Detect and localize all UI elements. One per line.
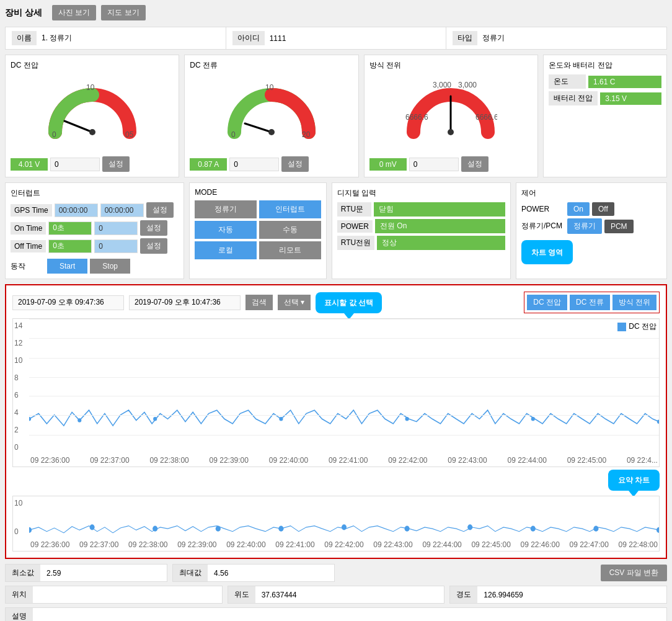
x-axis-summary: 09 22:36:00 09 22:37:00 09 22:38:00 09 2… [29, 538, 659, 551]
type-value: 정류기 [482, 33, 505, 43]
svg-point-4 [89, 129, 95, 135]
method-voltage-chart-btn[interactable]: 방식 전위 [612, 295, 657, 310]
end-date-input[interactable] [129, 295, 241, 310]
dc-voltage-bottom: 4.01 V 설정 [11, 156, 174, 172]
svg-text:10: 10 [86, 83, 95, 92]
temperature-title: 온도와 배터리 전압 [549, 60, 661, 71]
on-set-btn[interactable]: 설정 [140, 220, 167, 236]
chart-area: 검색 선택 ▾ 표시할 값 선택 DC 전압 DC 전류 방식 전위 14 [5, 284, 667, 559]
svg-point-19 [279, 417, 283, 421]
start-btn[interactable]: Start [47, 259, 87, 274]
rectifier-btn[interactable]: 정류기 [567, 218, 602, 234]
control-title: 제어 [521, 188, 661, 199]
gps-val2[interactable] [100, 203, 144, 217]
desc-label: 설명 [6, 608, 33, 621]
grid-line-1 [29, 319, 659, 319]
temperature-box: 온도와 배터리 전압 온도 1.61 C 배터리 전압 3.15 V [543, 55, 667, 177]
power-off-btn[interactable]: Off [592, 202, 614, 216]
off-set-btn[interactable]: 설정 [140, 238, 167, 254]
power-control-label: POWER [521, 205, 565, 213]
dc-voltage-input[interactable] [50, 158, 100, 171]
dc-current-chart-btn[interactable]: DC 전류 [570, 295, 610, 310]
chart-legend: DC 전압 [617, 321, 657, 332]
battery-label: 배터리 전압 [549, 91, 598, 105]
method-voltage-input[interactable] [409, 158, 459, 171]
dc-current-title: DC 전류 [190, 60, 353, 71]
mode-title: MODE [195, 188, 321, 197]
location-box: 위치 [5, 586, 223, 604]
on-val1[interactable] [48, 221, 92, 235]
dc-current-input[interactable] [229, 158, 279, 171]
svg-point-32 [593, 526, 598, 532]
svg-point-28 [342, 524, 347, 530]
mode-grid: 정류기 인터럽트 자동 수동 로컬 리모트 [195, 200, 321, 259]
rtu-power-value: 정상 [377, 236, 505, 250]
mode-btn4[interactable]: 수동 [259, 221, 321, 239]
power-digital-value: 전원 On [375, 219, 505, 233]
svg-point-18 [153, 417, 157, 421]
page-title: 장비 상세 [5, 7, 42, 19]
dc-current-svg: 0 20 10 [225, 76, 318, 151]
latitude-value: 37.637444 [255, 587, 444, 602]
method-voltage-set-btn[interactable]: 설정 [461, 156, 489, 172]
stop-btn[interactable]: Stop [90, 259, 130, 274]
dc-current-set-btn[interactable]: 설정 [281, 156, 309, 172]
search-btn[interactable]: 검색 [245, 295, 273, 310]
power-on-btn[interactable]: On [567, 202, 590, 216]
panels-section: 인터럽트 GPS Time 설정 On Time 설정 Off Time 설정 … [5, 182, 667, 279]
battery-row: 배터리 전압 3.15 V [549, 91, 661, 105]
select-btn[interactable]: 선택 ▾ [278, 295, 311, 310]
control-panel: 제어 POWER On Off 정류기/PCM 정류기 PCM 차트 영역 [516, 182, 667, 279]
desc-row: 설명 [5, 607, 667, 621]
gauges-section: DC 전압 0 05 10 4.01 V [5, 55, 667, 177]
method-voltage-title: 방식 전위 [369, 60, 533, 71]
temp-row: 온도 1.61 C [549, 74, 661, 89]
dc-voltage-set-btn[interactable]: 설정 [102, 156, 130, 172]
chart-type-buttons: DC 전압 DC 전류 방식 전위 [524, 292, 660, 313]
value-select-tooltip: 표시할 값 선택 [316, 292, 382, 313]
csv-btn[interactable]: CSV 파일 변환 [601, 565, 667, 581]
longitude-box: 경도 126.994659 [449, 586, 667, 604]
dc-voltage-svg: 0 05 10 [46, 76, 139, 151]
name-label: 이름 [12, 31, 37, 45]
location-label: 위치 [6, 586, 33, 603]
chart-content: DC 전압 [29, 319, 659, 454]
gps-set-btn[interactable]: 설정 [146, 202, 174, 218]
mode-btn2[interactable]: 인터럽트 [259, 200, 321, 218]
svg-text:20: 20 [302, 130, 311, 139]
min-value: 2.59 [40, 566, 167, 581]
start-date-input[interactable] [12, 295, 124, 310]
main-chart: 14121086420 [12, 318, 660, 467]
power-digital-label: POWER [337, 220, 373, 233]
svg-text:0: 0 [52, 130, 56, 139]
dc-voltage-box: DC 전압 0 05 10 4.01 V [5, 55, 179, 177]
svg-text:0: 0 [231, 130, 236, 139]
dc-current-gauge: 0 20 10 [190, 73, 353, 154]
interrupt-title: 인터럽트 [11, 188, 179, 199]
dc-voltage-value: 4.01 V [11, 158, 48, 171]
mode-btn6[interactable]: 리모트 [259, 241, 321, 259]
grid-line-4 [29, 377, 659, 378]
off-val1[interactable] [48, 239, 92, 253]
y-axis-summary: 10 0 [13, 496, 29, 538]
map-btn[interactable]: 지도 보기 [101, 5, 145, 20]
photo-btn[interactable]: 사진 보기 [52, 5, 96, 20]
gps-val1[interactable] [55, 203, 98, 217]
mode-panel: MODE 정류기 인터럽트 자동 수동 로컬 리모트 [189, 182, 326, 279]
mode-btn3[interactable]: 자동 [195, 221, 257, 239]
svg-text:10: 10 [265, 83, 274, 92]
pcm-btn[interactable]: PCM [604, 220, 634, 233]
off-time-row: Off Time 설정 [11, 238, 179, 254]
temp-value: 1.61 C [588, 76, 661, 88]
off-val2[interactable] [94, 239, 138, 253]
interrupt-panel: 인터럽트 GPS Time 설정 On Time 설정 Off Time 설정 … [5, 182, 184, 279]
mode-btn1[interactable]: 정류기 [195, 200, 257, 218]
method-voltage-value: 0 mV [369, 158, 407, 171]
header: 장비 상세 사진 보기 지도 보기 [5, 5, 667, 20]
on-val2[interactable] [94, 221, 138, 235]
mode-btn5[interactable]: 로컬 [195, 241, 257, 259]
method-voltage-box: 방식 전위 6666.6 6666.6 3,000 3,000 0 mV 설정 [364, 55, 538, 177]
pcm-label: 정류기/PCM [521, 221, 565, 231]
dc-voltage-chart-btn[interactable]: DC 전압 [527, 295, 567, 310]
max-label: 최대값 [173, 565, 208, 581]
